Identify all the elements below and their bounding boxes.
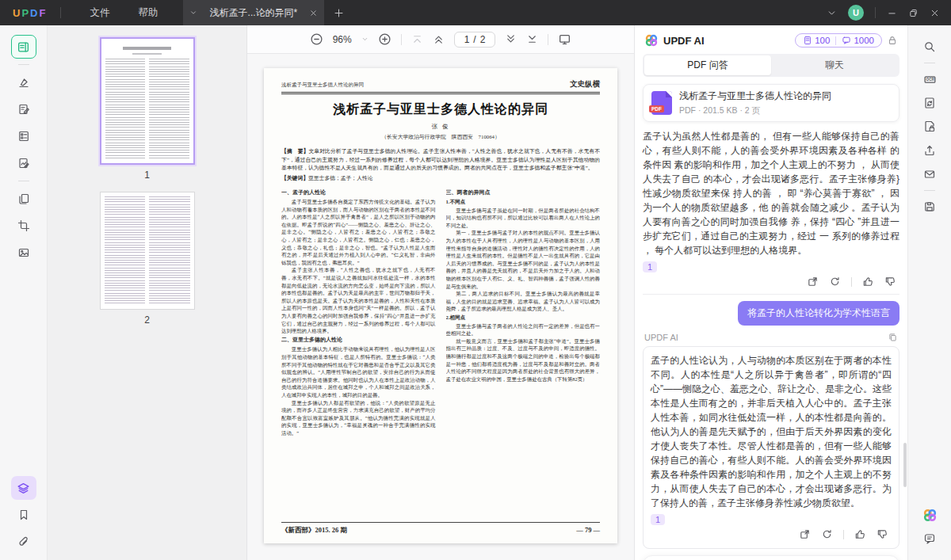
tab-close-icon[interactable]	[309, 9, 318, 17]
rail-divider	[924, 63, 935, 63]
logo-letter: P	[21, 7, 29, 19]
doc-card-meta: PDF · 201.5 KB · 2 页	[679, 105, 831, 116]
page-thumbnail-2[interactable]	[100, 192, 195, 310]
quota-divider	[835, 36, 836, 45]
crop-button[interactable]	[11, 214, 36, 238]
tab-pdf-qa[interactable]: PDF 问答	[644, 55, 771, 75]
copy-icon[interactable]	[888, 332, 898, 342]
rail-divider	[18, 64, 29, 65]
actions-divider	[843, 530, 844, 539]
layers-icon	[17, 482, 30, 495]
chat-quota: 1000	[842, 36, 874, 45]
first-page-button[interactable]	[411, 33, 423, 45]
doc-paragraph: 亚里士多德认为人都是有欲望的，他说：“人类的欲望原是无止境的，而许多人正是终生营…	[281, 399, 436, 437]
next-page-button[interactable]	[505, 33, 517, 45]
pdf-document-card[interactable]: PDF 浅析孟子与亚里士多德人性论的异同 PDF · 201.5 KB · 2 …	[643, 84, 899, 122]
chat-bubble-icon	[923, 532, 936, 545]
share-button[interactable]	[918, 140, 941, 161]
topbar-divider	[60, 7, 61, 18]
panel-collapse-chevron-icon[interactable]	[827, 8, 837, 18]
mail-icon	[923, 168, 936, 181]
ocr-button[interactable]: OCR	[918, 69, 941, 90]
previous-page-button[interactable]	[433, 33, 445, 45]
viewer-toolbar: 96% 1 / 2	[247, 25, 634, 54]
zoom-out-button[interactable]	[310, 32, 323, 46]
convert-button[interactable]	[918, 93, 941, 113]
thumb-text-column	[105, 59, 146, 160]
thumbs-up-icon[interactable]	[854, 528, 866, 540]
ai-assistant-button[interactable]	[11, 476, 36, 500]
export-icon[interactable]	[799, 528, 811, 540]
window-minimize-button[interactable]	[887, 8, 897, 18]
organize-pages-button[interactable]	[11, 187, 36, 211]
export-icon[interactable]	[807, 276, 819, 288]
running-head-left: 浅析孟子与亚里士多德人性论的异同	[281, 82, 364, 89]
form-button[interactable]	[11, 124, 36, 148]
stamp-button[interactable]	[11, 241, 36, 265]
updf-ai-shortcut-button[interactable]	[918, 505, 941, 525]
pdf-page: 浅析孟子与亚里士多德人性论的异同 文史纵横 浅析孟子与亚里士多德人性论的异同 张…	[264, 68, 617, 543]
edit-pdf-button[interactable]	[11, 97, 36, 121]
title-bar: UPDF 文件 帮助 浅析孟子...论的异同* U	[0, 0, 951, 25]
thumbs-down-icon[interactable]	[884, 276, 896, 288]
page-number-input[interactable]: 1 / 2	[454, 32, 496, 48]
thumb-text-column	[149, 59, 189, 160]
doc-paragraph: 第一，亚里士多德与孟子对人的本性的观点不同。亚里士多德认为人的本性在于人具有理性…	[446, 229, 601, 290]
ai-quota-pill[interactable]: 100 1000	[795, 33, 882, 48]
window-close-button[interactable]	[930, 8, 940, 18]
user-avatar[interactable]: U	[848, 5, 864, 21]
presentation-button[interactable]	[558, 32, 571, 46]
header-rule	[281, 92, 600, 94]
zoom-caret-icon[interactable]	[361, 36, 369, 43]
reader-icon	[17, 40, 30, 54]
reference-badge[interactable]: 1	[643, 261, 657, 272]
page-number-footer: — 79 —	[576, 526, 600, 534]
bookmark-icon	[17, 509, 30, 521]
protect-button[interactable]	[918, 116, 941, 137]
comment-button[interactable]	[11, 70, 36, 94]
tab-chat[interactable]: 聊天	[771, 55, 898, 75]
document-view[interactable]: 浅析孟子与亚里士多德人性论的异同 文史纵横 浅析孟子与亚里士多德人性论的异同 张…	[247, 54, 634, 560]
panel-scrollbar[interactable]	[903, 443, 907, 487]
save-icon	[923, 200, 936, 213]
search-button[interactable]	[918, 36, 941, 57]
regenerate-icon[interactable]	[821, 528, 833, 540]
new-tab-plus-icon[interactable]	[334, 8, 344, 18]
lock-icon[interactable]	[887, 35, 898, 46]
email-button[interactable]	[918, 164, 941, 185]
stamp-image-icon	[17, 246, 30, 259]
page-separator: /	[473, 34, 476, 45]
form-icon	[17, 130, 30, 143]
thumbs-down-icon[interactable]	[877, 528, 888, 540]
zoom-in-button[interactable]	[378, 32, 391, 46]
tab-chevron-down-icon[interactable]	[189, 9, 197, 17]
page-quota-count: 100	[815, 36, 830, 45]
thumb-text-column	[149, 196, 190, 306]
article-title: 浅析孟子与亚里士多德人性论的异同	[281, 101, 600, 118]
doc-section-heading: 三、两者的异同点	[446, 189, 601, 197]
abstract-text: 文章对比分析了孟子与亚里士多德的人性理论。孟子主张人性本善，“人性之善也，犹水之…	[281, 148, 600, 170]
feedback-button[interactable]	[918, 528, 941, 549]
page-thumbnail-1[interactable]	[100, 37, 195, 165]
regenerate-icon[interactable]	[829, 276, 841, 288]
save-button[interactable]	[918, 196, 941, 217]
last-page-button[interactable]	[526, 33, 538, 45]
reference-badge[interactable]: 1	[651, 514, 665, 525]
thumb-sub-line	[132, 53, 161, 55]
search-icon	[923, 40, 936, 53]
sign-button[interactable]	[11, 151, 36, 175]
convert-page-icon	[923, 97, 936, 109]
ask-question-box[interactable]	[643, 555, 899, 560]
bookmark-button[interactable]	[11, 503, 36, 527]
thumbs-up-icon[interactable]	[862, 276, 874, 288]
answer-actions	[646, 276, 896, 288]
updf-ai-panel: UPDF AI 100 1000 PDF 问答 聊天	[634, 25, 907, 560]
reader-mode-button[interactable]	[11, 35, 36, 59]
window-restore-button[interactable]	[908, 8, 919, 18]
menu-file[interactable]: 文件	[75, 6, 124, 20]
attachment-button[interactable]	[11, 530, 36, 554]
keywords-label: 【关键词】	[281, 175, 308, 181]
document-tab[interactable]: 浅析孟子...论的异同*	[183, 0, 324, 25]
doc-paragraph: 亚里士多德与孟子两者的人性论之间有一定的差异，但是也有一些相同之处。	[446, 322, 601, 337]
menu-help[interactable]: 帮助	[124, 6, 172, 20]
